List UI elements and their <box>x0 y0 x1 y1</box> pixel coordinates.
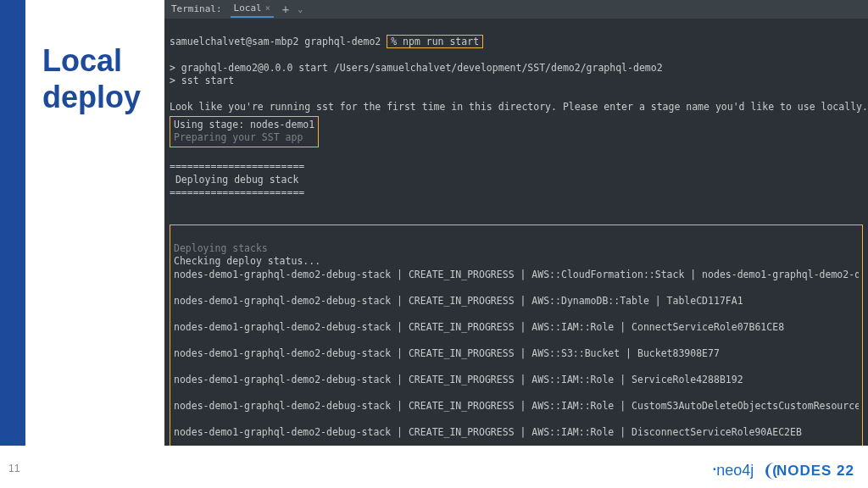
terminal-label: Terminal: <box>171 3 222 16</box>
prompt-line: samuelchalvet@sam-mbp2 graphql-demo2 % n… <box>170 35 483 48</box>
separator-bar: ======================= <box>170 160 304 172</box>
stacks-deploying: Deploying stacks <box>174 242 268 254</box>
stack-row: nodes-demo1-graphql-demo2-debug-stack | … <box>174 269 859 282</box>
deploy-label: Deploying debug stack <box>170 174 298 186</box>
chevron-down-icon[interactable]: ⌄ <box>298 3 303 15</box>
terminal-body[interactable]: samuelchalvet@sam-mbp2 graphql-demo2 % n… <box>164 19 868 446</box>
stack-row: nodes-demo1-graphql-demo2-debug-stack | … <box>174 321 859 335</box>
footer-logos: .neo4j NODES 22 <box>710 462 854 480</box>
nodes22-logo: NODES 22 <box>765 463 854 480</box>
stacks-highlight-box: Deploying stacks Checking deploy status.… <box>170 225 863 446</box>
output-line: > sst start <box>170 75 234 86</box>
stage-highlight-box: Using stage: nodes-demo1 Preparing your … <box>170 116 319 147</box>
stack-row: nodes-demo1-graphql-demo2-debug-stack | … <box>174 374 859 387</box>
terminal-tab-local[interactable]: Local × <box>231 1 274 19</box>
separator-bar: ======================= <box>170 186 304 198</box>
stack-row: nodes-demo1-graphql-demo2-debug-stack | … <box>174 426 859 440</box>
neo4j-logo: .neo4j <box>710 462 754 480</box>
terminal-window: Terminal: Local × + ⌄ samuelchalvet@sam-… <box>164 0 868 446</box>
output-line: Look like you're running sst for the fir… <box>170 101 868 113</box>
command-text: npm run start <box>403 36 479 47</box>
left-accent-stripe <box>0 0 25 488</box>
output-line: > graphql-demo2@0.0.0 start /Users/samue… <box>170 62 663 74</box>
title-line2: deploy <box>42 80 141 114</box>
terminal-tabbar: Terminal: Local × + ⌄ <box>164 0 868 19</box>
new-tab-button[interactable]: + <box>282 2 289 18</box>
page-number: 11 <box>8 463 19 474</box>
title-line1: Local <box>42 43 122 78</box>
close-icon[interactable]: × <box>265 3 270 14</box>
slide-title: Local deploy <box>42 42 158 115</box>
stack-row: nodes-demo1-graphql-demo2-debug-stack | … <box>174 347 859 361</box>
title-column: Local deploy <box>25 0 164 488</box>
stack-row: nodes-demo1-graphql-demo2-debug-stack | … <box>174 400 859 413</box>
stacks-checking: Checking deploy status... <box>174 255 320 267</box>
stack-row: nodes-demo1-graphql-demo2-debug-stack | … <box>174 295 859 308</box>
tab-name: Local <box>234 3 262 15</box>
slide-footer: 11 .neo4j NODES 22 <box>0 446 868 488</box>
